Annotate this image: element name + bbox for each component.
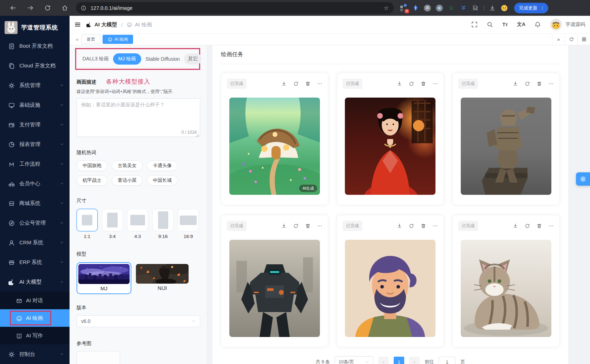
more-icon[interactable] [317,81,322,86]
sidebar-item-infra[interactable]: 基础设施 [0,95,70,115]
model-tab-dall3[interactable]: DALL3 绘画 [79,53,112,65]
refresh-icon[interactable] [409,223,414,229]
size-option-3-4[interactable]: 3:4 [102,209,123,239]
version-select[interactable]: v6.0 [77,315,200,327]
sidebar-item-reports[interactable]: 报表管理 [0,134,70,154]
command-extension-icon[interactable]: ⌘ [424,5,431,12]
model-tab-other[interactable]: 其它 [184,53,202,65]
size-option-1-1[interactable]: 1:1 [77,209,98,239]
browser-update-button[interactable]: 完成更新 ⋮ [514,3,548,13]
page-1-button[interactable]: 1 [394,357,404,364]
download-icon[interactable] [397,81,402,86]
tabs-scroll-left-icon[interactable]: « [73,37,81,42]
download-icon[interactable] [513,223,518,229]
size-option-16-9[interactable]: 16:9 [178,209,199,239]
hamburger-icon[interactable] [74,21,81,28]
breadcrumb-parent[interactable]: AI 大模型 [94,21,117,28]
user-avatar[interactable] [550,19,562,31]
task-image-tabby-cat[interactable] [461,240,551,337]
model-option-niji[interactable]: NIJI [136,262,189,293]
more-icon[interactable] [549,81,554,86]
forward-arrow-icon[interactable] [27,5,34,11]
search-icon[interactable] [487,21,493,28]
page-size-select[interactable]: 10条/页 [335,356,373,364]
site-info-icon[interactable] [81,5,86,11]
goto-page-input[interactable] [439,357,455,364]
hotword-chip[interactable]: 古装美女 [112,160,143,171]
chevrons-extension-icon[interactable] [460,5,467,12]
sidebar-item-ai-drawing[interactable]: AI 绘画 [0,309,70,327]
download-icon[interactable] [281,81,287,86]
size-option-4-3[interactable]: 4:3 [127,209,148,239]
username[interactable]: 芋道源码 [565,21,585,28]
sidebar-item-console[interactable]: 控制台 [0,344,70,364]
hotword-chip[interactable]: 机甲战士 [77,175,107,186]
sidebar-item-members[interactable]: 会员中心 [0,174,70,193]
more-icon[interactable] [433,223,438,229]
refresh-tab-icon[interactable] [565,34,577,45]
font-size-icon[interactable]: Tᴛ [502,22,507,27]
bookmark-star-icon[interactable]: ☆ [384,5,389,11]
trash-icon[interactable] [305,223,310,229]
tab-ai-drawing[interactable]: AI 绘画 [103,35,133,44]
refresh-icon[interactable] [293,81,299,86]
more-icon[interactable] [317,223,322,229]
fullscreen-icon[interactable] [471,21,478,28]
sidebar-item-system[interactable]: 系统管理 [0,75,70,95]
downloads-icon[interactable] [489,5,496,12]
task-image-fairy-cottage[interactable]: AI生成 [229,98,320,195]
trash-icon[interactable] [421,81,426,86]
trash-icon[interactable] [305,81,310,86]
tabs-scroll-right-icon[interactable]: » [552,34,565,45]
more-icon[interactable] [433,81,438,86]
task-image-hanfu-woman[interactable] [345,98,435,195]
refresh-icon[interactable] [525,81,530,86]
sidebar-item-erp[interactable]: ERP 系统 [0,252,70,272]
download-icon[interactable] [281,223,287,229]
sidebar-item-boot-docs[interactable]: Boot 开发文档 [0,36,70,56]
trash-icon[interactable] [537,223,542,229]
extensions-puzzle-icon[interactable] [472,5,479,12]
task-image-cartoon-man[interactable] [345,240,435,337]
hotword-chip[interactable]: 童话小屋 [112,175,143,186]
hotword-chip[interactable]: 中国旗袍 [77,160,107,171]
task-image-mecha-robot[interactable] [229,240,320,337]
hotword-chip[interactable]: 卡通头像 [147,160,178,171]
reload-icon[interactable] [44,5,51,11]
more-icon[interactable] [549,223,554,229]
browser-menu-icon[interactable]: ⋮ [540,5,545,11]
translate-icon[interactable]: 文A [517,21,525,28]
sidebar-item-ai-chat[interactable]: AI 对话 [0,292,70,309]
back-arrow-icon[interactable] [10,5,17,11]
emoji-profile-icon[interactable] [501,5,508,12]
home-icon[interactable] [61,5,68,11]
next-page-button[interactable]: › [409,357,420,364]
sidebar-item-ai-models[interactable]: AI 大模型 [0,272,70,292]
download-icon[interactable] [397,223,402,229]
url-bar[interactable]: 127.0.0.1/ai/image ☆ [76,2,394,14]
url-text[interactable]: 127.0.0.1/ai/image [91,5,384,11]
download-icon[interactable] [513,81,518,86]
dot-extension-icon[interactable] [436,5,443,12]
refresh-icon[interactable] [409,81,414,86]
sidebar-item-cloud-docs[interactable]: Cloud 开发文档 [0,56,70,75]
sidebar-item-payment[interactable]: 支付管理 [0,115,70,134]
green-star-extension-icon[interactable]: ☆ [448,5,455,12]
trash-icon[interactable] [537,81,542,86]
sidebar-item-workflow[interactable]: 工作流程 [0,154,70,174]
resize-grip[interactable] [196,134,199,137]
model-tab-mj[interactable]: MJ 绘画 [113,53,142,65]
hotword-chip[interactable]: 中国长城 [147,175,178,186]
reference-upload-box[interactable] [77,351,120,364]
breadcrumb-current[interactable]: AI 绘画 [135,21,152,28]
prev-page-button[interactable]: ‹ [378,357,389,364]
layout-grid-icon[interactable] [577,34,590,45]
refresh-icon[interactable] [293,223,299,229]
refresh-icon[interactable] [525,223,530,229]
pinned-extension-icon[interactable]: 8 [400,5,407,12]
sidebar-item-mall[interactable]: 商城系统 [0,193,70,213]
settings-fab[interactable] [576,172,590,186]
trash-icon[interactable] [421,223,426,229]
size-option-9-16[interactable]: 9:16 [152,209,173,239]
sidebar-item-crm[interactable]: CRM 系统 [0,233,70,252]
